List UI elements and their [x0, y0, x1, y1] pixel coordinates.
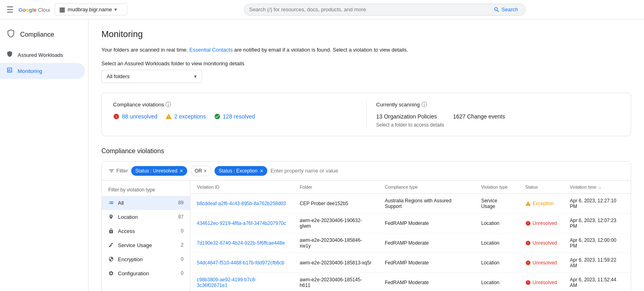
essential-contacts-link[interactable]: Essential Contacts: [190, 47, 233, 53]
violations-help-icon[interactable]: ⓘ: [165, 101, 171, 108]
search-button[interactable]: Search: [491, 6, 520, 14]
folder-dropdown-label: All folders: [107, 73, 130, 79]
filter-item-count: 0: [181, 228, 184, 234]
filter-input[interactable]: [270, 168, 624, 174]
col-compliance-type[interactable]: Compliance type: [378, 181, 475, 194]
status-cell: ! Unresolved: [519, 253, 564, 272]
filter-item-all[interactable]: All 89: [102, 196, 190, 210]
compliance-card: Compliance violations ⓘ ! 88 unresolved …: [101, 93, 631, 136]
filter-button[interactable]: Filter: [108, 168, 128, 174]
filter-item-access[interactable]: Access 0: [102, 224, 190, 238]
table-body: Filter by violation type All 89 Loca: [102, 181, 631, 291]
filter-item-label: Service Usage: [118, 242, 152, 248]
main-content: Monitoring Your folders are scanned in r…: [89, 19, 644, 291]
warning-icon: [165, 113, 172, 120]
sidebar-item-monitoring[interactable]: Monitoring: [0, 63, 85, 79]
folder-cell: CEP Prober dee152b5: [293, 193, 378, 213]
error-circle-icon: !: [525, 280, 531, 285]
project-name: mudbray.bigr.name: [68, 6, 112, 12]
svg-text:!: !: [528, 261, 528, 264]
violation-time-cell: Apr 6, 2023, 12:27:10 PM: [564, 193, 631, 213]
location-icon: [108, 214, 114, 220]
status-badge: ! Unresolved: [525, 220, 557, 226]
search-input[interactable]: [249, 6, 491, 12]
violation-id-link[interactable]: c98b3809-ae92-4199-b7c8-3c36f02671e1: [197, 277, 256, 288]
filter-item-label: Location: [118, 214, 138, 220]
filter-item-label: Encryption: [118, 256, 142, 262]
chevron-down-icon: ▾: [114, 6, 117, 12]
violation-id-link[interactable]: 7d190e32-6740-4b24-922b-5f6ffcae448e: [197, 240, 285, 246]
error-circle-icon: !: [525, 220, 531, 226]
col-violation-time[interactable]: Violation time ↓: [564, 181, 631, 194]
project-selector[interactable]: ▦ mudbray.bigr.name ▾: [55, 4, 127, 15]
page-title: Monitoring: [101, 29, 631, 39]
unresolved-count[interactable]: 88 unresolved: [122, 113, 157, 120]
search-bar: Search: [244, 4, 526, 16]
violation-type-cell: Location: [475, 253, 519, 272]
assured-workloads-icon: [6, 51, 13, 59]
scanning-title: Currently scanning ⓘ: [376, 101, 620, 108]
status-unresolved-chip[interactable]: Status : Unresolved ×: [131, 166, 187, 176]
col-status[interactable]: Status: [519, 181, 564, 194]
exceptions-count[interactable]: 2 exceptions: [174, 113, 206, 120]
violation-id-link[interactable]: 434612ec-9219-4f8a-a76f-3474b207970c: [197, 220, 286, 226]
status-cell: ! Unresolved: [519, 213, 564, 233]
violation-id-link[interactable]: b8cddeaf-a2f6-4c43-895b-8a762b258d03: [197, 201, 286, 206]
org-policies-stat: 13 Organization Policies: [376, 113, 437, 120]
info-text: Your folders are scanned in real time. E…: [101, 46, 631, 54]
filter-item-service-usage[interactable]: Service Usage 2: [102, 238, 190, 252]
chip2-close-icon[interactable]: ×: [260, 168, 263, 174]
change-events-stat: 1627 Change events: [453, 113, 505, 120]
sidebar-item-assured-workloads[interactable]: Assured Workloads: [0, 47, 85, 63]
list-icon: [108, 200, 114, 206]
error-icon: !: [113, 113, 120, 120]
google-cloud-logo: Google Cloud: [19, 4, 50, 15]
encryption-icon: [108, 256, 114, 262]
violation-type-cell: Service Usage: [475, 193, 519, 213]
project-icon: ▦: [59, 6, 65, 13]
status-cell: Exception: [519, 193, 564, 213]
filter-panel: Filter by violation type All 89 Loca: [102, 181, 190, 291]
chip1-close-icon[interactable]: ×: [180, 168, 183, 174]
lock-icon: [108, 228, 114, 234]
scanning-help-icon[interactable]: ⓘ: [421, 101, 427, 108]
col-violation-type[interactable]: Violation type: [475, 181, 519, 194]
or-label: OR: [195, 168, 202, 174]
chip1-label: Status : Unresolved: [135, 168, 178, 174]
warning-triangle-icon: [525, 201, 531, 206]
filter-item-count: 0: [181, 270, 184, 276]
monitoring-icon: [6, 67, 13, 75]
filter-panel-header: Filter by violation type: [102, 184, 190, 196]
sidebar-item-label: Assured Workloads: [18, 52, 63, 58]
hamburger-menu[interactable]: ☰: [6, 5, 14, 15]
svg-text:!: !: [528, 281, 528, 284]
violation-id-cell: 54dc4647-f510-4468-b17b-fdd972cfb6cb: [190, 253, 293, 272]
sidebar: Compliance Assured Workloads Monitoring: [0, 19, 89, 291]
table-row: 54dc4647-f510-4468-b17b-fdd972cfb6cb awm…: [190, 253, 631, 272]
filter-item-label: All: [118, 200, 124, 206]
compliance-type-cell: FedRAMP Moderate: [378, 233, 475, 253]
sidebar-header: Compliance: [0, 26, 88, 47]
col-folder[interactable]: Folder: [293, 181, 378, 194]
status-cell: ! Unresolved: [519, 272, 564, 291]
or-close-icon[interactable]: ×: [204, 168, 207, 174]
violation-id-cell: 7d190e32-6740-4b24-922b-5f6ffcae448e: [190, 233, 293, 253]
violation-type-cell: Location: [475, 272, 519, 291]
scanning-section: Currently scanning ⓘ 13 Organization Pol…: [376, 101, 620, 128]
violation-id-link[interactable]: 54dc4647-f510-4468-b17b-fdd972cfb6cb: [197, 260, 285, 266]
data-table: Violation ID Folder Compliance type Viol…: [190, 181, 631, 291]
exceptions-stat: 2 exceptions: [165, 113, 206, 120]
filter-item-encryption[interactable]: Encryption 0: [102, 252, 190, 266]
search-icon: [493, 6, 500, 13]
filter-item-configuration[interactable]: Configuration 0: [102, 266, 190, 281]
svg-text:!: !: [116, 114, 117, 118]
status-exception-chip[interactable]: Status : Exception ×: [215, 166, 267, 176]
compliance-type-cell: FedRAMP Moderate: [378, 253, 475, 272]
table-row: 434612ec-9219-4f8a-a76f-3474b207970c awm…: [190, 213, 631, 233]
folder-dropdown[interactable]: All folders ▾: [101, 70, 202, 83]
status-badge: ! Unresolved: [525, 240, 557, 246]
compliance-violations-section: Compliance violations ⓘ ! 88 unresolved …: [113, 101, 357, 128]
resolved-count[interactable]: 128 resolved: [223, 113, 255, 120]
filter-item-location[interactable]: Location 87: [102, 210, 190, 224]
col-violation-id[interactable]: Violation ID: [190, 181, 293, 194]
